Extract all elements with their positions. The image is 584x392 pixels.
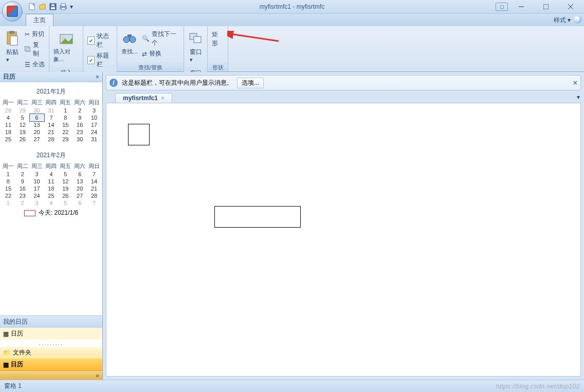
- cal-day[interactable]: 13: [72, 178, 87, 185]
- cal-day[interactable]: 9: [72, 114, 87, 121]
- shape-rect-wide[interactable]: [214, 206, 301, 228]
- pane-collapser[interactable]: »: [0, 370, 102, 380]
- cal-day[interactable]: 13: [30, 121, 44, 128]
- cal-day[interactable]: 8: [58, 114, 72, 121]
- cal-day[interactable]: 22: [58, 128, 72, 136]
- cal-day[interactable]: 27: [72, 192, 87, 199]
- cal-day[interactable]: 18: [44, 185, 59, 192]
- window-button[interactable]: 窗口▾: [186, 28, 206, 65]
- replace-button[interactable]: ⇄替换: [140, 49, 181, 59]
- cal-day[interactable]: 23: [15, 192, 30, 199]
- cal-day[interactable]: 2: [15, 199, 30, 207]
- cal-day[interactable]: 30: [72, 136, 87, 143]
- paste-button[interactable]: 粘贴▾: [2, 28, 23, 65]
- cal-day[interactable]: 21: [87, 185, 101, 192]
- qat-print-icon[interactable]: [59, 2, 68, 11]
- qat-save-icon[interactable]: [48, 2, 58, 11]
- cal-day[interactable]: 24: [87, 128, 101, 136]
- cal-day[interactable]: 29: [15, 107, 30, 114]
- cal-day[interactable]: 4: [44, 199, 59, 207]
- cal2-grid[interactable]: 周一周二周三周四周五周六周日12345678910111213141516171…: [1, 162, 101, 207]
- cal-day[interactable]: 31: [44, 107, 59, 114]
- cal-day[interactable]: 31: [87, 136, 101, 143]
- statusbar-checkbox[interactable]: ✔状态栏: [85, 31, 115, 50]
- cal-day[interactable]: 20: [72, 185, 87, 192]
- cal-day[interactable]: 20: [30, 128, 44, 136]
- cal-day[interactable]: 10: [30, 178, 44, 185]
- cal-day[interactable]: 12: [58, 178, 72, 185]
- app-menu-orb[interactable]: [2, 1, 23, 22]
- document-tab[interactable]: myfisrtmfc1 ×: [115, 93, 172, 103]
- cal-day[interactable]: 3: [30, 171, 44, 178]
- today-row[interactable]: 今天: 2021/1/6: [1, 209, 101, 217]
- cal-day[interactable]: 2: [15, 171, 30, 178]
- cal-day[interactable]: 5: [58, 171, 72, 178]
- cal-day[interactable]: 8: [1, 178, 15, 185]
- cal-day[interactable]: 2: [72, 107, 87, 114]
- qat-dropdown-icon[interactable]: ▾: [69, 2, 74, 11]
- copy-button[interactable]: ⿻复制: [23, 40, 47, 59]
- cal-day[interactable]: 30: [30, 107, 44, 114]
- cal-day[interactable]: 17: [30, 185, 44, 192]
- cal-day[interactable]: 12: [15, 121, 30, 128]
- maximize-button[interactable]: [535, 2, 557, 12]
- selectall-button[interactable]: ☰全选: [23, 60, 47, 69]
- cal-day[interactable]: 27: [30, 136, 44, 143]
- titlebar-checkbox[interactable]: ✔标题栏: [85, 51, 115, 69]
- findnext-button[interactable]: 🔍查找下一个: [140, 29, 181, 48]
- cal1-grid[interactable]: 周一周二周三周四周五周六周日28293031123456789101112131…: [1, 98, 101, 143]
- cal-day[interactable]: 25: [1, 136, 15, 143]
- cal-day[interactable]: 28: [87, 192, 101, 199]
- find-button[interactable]: 查找...: [119, 28, 140, 58]
- cal-day[interactable]: 4: [1, 114, 15, 121]
- cal-day[interactable]: 5: [58, 199, 72, 207]
- style-dropdown[interactable]: 样式 ▾: [554, 16, 571, 25]
- tab-dropdown-icon[interactable]: ▾: [577, 94, 580, 101]
- close-icon[interactable]: ×: [96, 73, 99, 81]
- message-close-icon[interactable]: ×: [573, 79, 577, 87]
- cal-day[interactable]: 28: [44, 136, 59, 143]
- cal-day[interactable]: 16: [72, 121, 87, 128]
- cal-day[interactable]: 11: [44, 178, 59, 185]
- options-button[interactable]: 选项...: [237, 78, 264, 88]
- minimize-button[interactable]: [510, 2, 533, 12]
- tab-close-icon[interactable]: ×: [161, 95, 165, 102]
- cal-day[interactable]: 26: [58, 192, 72, 199]
- cal-day[interactable]: 18: [1, 128, 15, 136]
- cal-day[interactable]: 14: [87, 178, 101, 185]
- cal-day[interactable]: 7: [44, 114, 59, 121]
- cal-day[interactable]: 15: [1, 185, 15, 192]
- cal-day[interactable]: 19: [58, 185, 72, 192]
- tab-home[interactable]: 主页: [26, 14, 53, 26]
- cal-day[interactable]: 24: [30, 192, 44, 199]
- cal-day[interactable]: 7: [87, 199, 101, 207]
- qat-new-icon[interactable]: [28, 2, 37, 11]
- cal-day[interactable]: 28: [1, 107, 15, 114]
- cal-day[interactable]: 14: [44, 121, 59, 128]
- cal-day[interactable]: 15: [58, 121, 72, 128]
- cal-day[interactable]: 29: [58, 136, 72, 143]
- cal-day[interactable]: 21: [44, 128, 59, 136]
- cal-day[interactable]: 7: [87, 171, 101, 178]
- canvas[interactable]: [106, 103, 581, 377]
- cal-day[interactable]: 3: [87, 107, 101, 114]
- shape-rect-small[interactable]: [128, 124, 150, 145]
- cal-day[interactable]: 1: [1, 199, 15, 207]
- qat-open-icon[interactable]: [38, 2, 47, 11]
- cal-day[interactable]: 6: [72, 171, 87, 178]
- cal-day[interactable]: 6: [30, 114, 44, 121]
- close-button[interactable]: [559, 2, 582, 12]
- nav-calendar-selected[interactable]: ▦日历: [0, 359, 102, 370]
- cal-day[interactable]: 3: [30, 199, 44, 207]
- rectangle-button[interactable]: 矩形: [210, 28, 226, 48]
- cal-day[interactable]: 1: [1, 171, 15, 178]
- ribbon-display-icon[interactable]: ▢: [496, 3, 508, 11]
- cal-day[interactable]: 22: [1, 192, 15, 199]
- nav-folder-item[interactable]: 📁文件夹: [0, 347, 102, 359]
- nav-calendar-item[interactable]: ▦日历: [0, 328, 102, 340]
- cal-day[interactable]: 6: [72, 199, 87, 207]
- cal-day[interactable]: 1: [58, 107, 72, 114]
- cal-day[interactable]: 11: [1, 121, 15, 128]
- cut-button[interactable]: ✂剪切: [23, 29, 47, 39]
- cal-day[interactable]: 10: [87, 114, 101, 121]
